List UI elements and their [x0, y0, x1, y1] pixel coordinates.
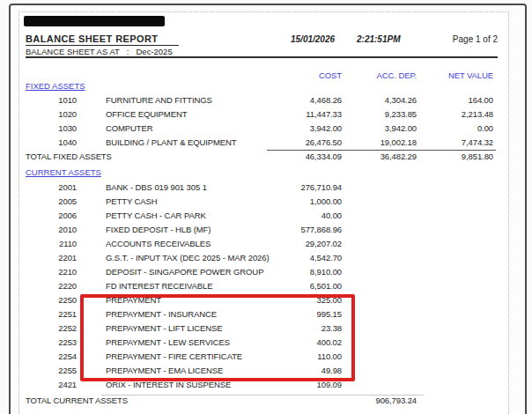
- account-row: 2001 BANK - DBS 019 901 305 1 276,710.94: [26, 181, 493, 195]
- report-preview: { "header": { "company_name_redacted": t…: [0, 0, 532, 414]
- report-date: 15/01/2026: [291, 34, 335, 44]
- account-code: 2421: [26, 378, 77, 392]
- account-name: BUILDING / PLANT & EQUIPMENT: [77, 136, 254, 150]
- column-header-cost: COST: [254, 69, 342, 83]
- account-code: 2110: [26, 237, 77, 251]
- account-cost: 6,501.00: [254, 279, 342, 293]
- account-row: 2110 ACCOUNTS RECEIVABLES 29,207.02: [26, 237, 493, 251]
- page-number: Page 1 of 2: [453, 34, 498, 44]
- account-net-value: 2,213.48: [417, 107, 493, 122]
- account-net-value: 0.00: [417, 122, 493, 136]
- account-code: 2005: [26, 195, 77, 209]
- header-rule: [26, 56, 498, 58]
- section-heading-fixed-assets[interactable]: FIXED ASSETS: [26, 81, 85, 91]
- account-code: 2251: [26, 307, 77, 322]
- account-row: 1010 FURNITURE AND FITTINGS 4,468.26 4,3…: [26, 93, 493, 107]
- account-cost: 26,476.50: [254, 136, 342, 150]
- as-at-label: BALANCE SHEET AS AT: [26, 47, 120, 56]
- account-name: FIXED DEPOSIT - HLB (MF): [77, 223, 254, 237]
- account-cost: 4,542.70: [254, 251, 342, 265]
- account-acc-dep: 9,233.85: [342, 107, 417, 122]
- account-name: OFFICE EQUIPMENT: [77, 107, 254, 122]
- account-net-value: 7,474.32: [417, 136, 493, 150]
- fixed-assets-total-net: 9,851.80: [417, 150, 493, 164]
- account-row: 2421 ORIX - INTEREST IN SUSPENSE 109.09: [26, 378, 493, 392]
- column-header-net-value: NET VALUE: [417, 69, 493, 83]
- account-row: 2253 PREPAYMENT - LEW SERVICES 400.02: [26, 336, 493, 350]
- report-time: 2:21:51PM: [357, 34, 400, 44]
- account-row: 2250 PREPAYMENT 325.00: [26, 293, 493, 307]
- account-code: 2010: [26, 223, 77, 237]
- account-code: 1040: [26, 136, 77, 150]
- account-cost: 400.02: [254, 336, 342, 350]
- account-name: FD INTEREST RECEIVABLE: [77, 279, 254, 293]
- account-cost: 29,207.02: [254, 237, 342, 251]
- account-code: 2250: [26, 293, 77, 307]
- account-cost: 1,000.00: [254, 195, 342, 209]
- account-cost: 23.38: [254, 322, 342, 336]
- account-row: 1020 OFFICE EQUIPMENT 11,447.33 9,233.85…: [26, 107, 493, 122]
- account-name: ACCOUNTS RECEIVABLES: [77, 237, 254, 251]
- account-name: PETTY CASH: [77, 195, 254, 209]
- current-assets-total-value: 906,793.24: [342, 394, 417, 408]
- current-assets-total-row: TOTAL CURRENT ASSETS 906,793.24: [26, 394, 493, 408]
- account-code: 2201: [26, 251, 77, 265]
- account-cost: 40.00: [254, 209, 342, 223]
- column-headers: COST ACC. DEP. NET VALUE: [26, 69, 493, 83]
- account-cost: 49.98: [254, 364, 342, 378]
- column-header-acc-dep: ACC. DEP.: [342, 69, 417, 83]
- account-code: 1030: [26, 122, 77, 136]
- account-row: 2254 PREPAYMENT - FIRE CERTIFICATE 110.0…: [26, 350, 493, 364]
- account-name: ORIX - INTEREST IN SUSPENSE: [77, 378, 254, 392]
- section-heading-current-assets[interactable]: CURRENT ASSETS: [26, 167, 101, 177]
- account-cost: 3,942.00: [254, 122, 342, 136]
- as-at-line: BALANCE SHEET AS AT:Dec-2025: [26, 47, 173, 56]
- account-name: PREPAYMENT - LEW SERVICES: [77, 336, 254, 350]
- company-name-redacted: [24, 16, 165, 26]
- account-code: 2255: [26, 364, 77, 378]
- account-code: 2006: [26, 209, 77, 223]
- account-acc-dep: 3,942.00: [342, 122, 417, 136]
- account-row: 2201 G.S.T. - INPUT TAX (DEC 2025 - MAR …: [26, 251, 493, 265]
- fixed-assets-total-acc-dep: 36,482.29: [342, 150, 417, 164]
- account-cost: 276,710.94: [254, 181, 342, 195]
- account-cost: 577,868.96: [254, 223, 342, 237]
- fixed-assets-total-cost: 46,334.09: [254, 150, 342, 164]
- account-cost: 110.00: [254, 350, 342, 364]
- account-row: 2220 FD INTEREST RECEIVABLE 6,501.00: [26, 279, 493, 293]
- account-name: PREPAYMENT - EMA LICENSE: [77, 364, 254, 378]
- account-name: PREPAYMENT - INSURANCE: [77, 307, 254, 322]
- account-row: 1030 COMPUTER 3,942.00 3,942.00 0.00: [26, 122, 493, 136]
- account-cost: 995.15: [254, 307, 342, 322]
- account-name: COMPUTER: [77, 122, 254, 136]
- current-assets-total-label: TOTAL CURRENT ASSETS: [26, 394, 254, 408]
- account-row: 2005 PETTY CASH 1,000.00: [26, 195, 493, 209]
- account-code: 1010: [26, 93, 77, 107]
- account-row: 2210 DEPOSIT - SINGAPORE POWER GROUP 8,9…: [26, 265, 493, 279]
- fixed-assets-total-label: TOTAL FIXED ASSETS: [26, 150, 254, 164]
- account-name: PREPAYMENT: [77, 293, 254, 307]
- account-name: PREPAYMENT - FIRE CERTIFICATE: [77, 350, 254, 364]
- account-row: 2006 PETTY CASH - CAR PARK 40.00: [26, 209, 493, 223]
- account-name: FURNITURE AND FITTINGS: [77, 93, 254, 107]
- account-code: 2254: [26, 350, 77, 364]
- account-code: 2001: [26, 181, 77, 195]
- account-cost: 109.09: [254, 378, 342, 392]
- account-acc-dep: 19,002.18: [342, 136, 417, 150]
- account-code: 2220: [26, 279, 77, 293]
- account-row: 2252 PREPAYMENT - LIFT LICENSE 23.38: [26, 322, 493, 336]
- account-row: 2010 FIXED DEPOSIT - HLB (MF) 577,868.96: [26, 223, 493, 237]
- fixed-assets-rows: 1010 FURNITURE AND FITTINGS 4,468.26 4,3…: [26, 93, 493, 150]
- fixed-assets-total-row: TOTAL FIXED ASSETS 46,334.09 36,482.29 9…: [26, 150, 493, 164]
- account-code: 1020: [26, 107, 77, 122]
- account-row: 2251 PREPAYMENT - INSURANCE 995.15: [26, 307, 493, 322]
- account-name: PREPAYMENT - LIFT LICENSE: [77, 322, 254, 336]
- account-name: G.S.T. - INPUT TAX (DEC 2025 - MAR 2026): [77, 251, 254, 265]
- account-cost: 4,468.26: [254, 93, 342, 107]
- account-code: 2253: [26, 336, 77, 350]
- as-at-separator: :: [127, 47, 129, 56]
- account-acc-dep: 4,304.26: [342, 93, 417, 107]
- account-row: 1040 BUILDING / PLANT & EQUIPMENT 26,476…: [26, 136, 493, 150]
- account-name: DEPOSIT - SINGAPORE POWER GROUP: [77, 265, 254, 279]
- account-row: 2255 PREPAYMENT - EMA LICENSE 49.98: [26, 364, 493, 378]
